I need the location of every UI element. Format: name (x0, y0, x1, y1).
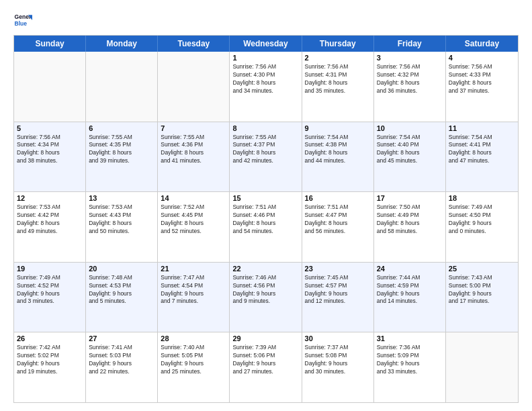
day-cell-27: 27Sunrise: 7:41 AM Sunset: 5:03 PM Dayli… (86, 332, 158, 402)
day-header-saturday: Saturday (446, 36, 518, 52)
cell-day-number: 1 (232, 54, 298, 62)
calendar-row-3: 19Sunrise: 7:49 AM Sunset: 4:52 PM Dayli… (14, 263, 518, 333)
day-cell-26: 26Sunrise: 7:42 AM Sunset: 5:02 PM Dayli… (14, 332, 86, 402)
empty-cell-0-2 (158, 52, 230, 122)
day-header-wednesday: Wednesday (230, 36, 302, 52)
cell-day-number: 17 (377, 194, 443, 202)
cell-day-number: 9 (305, 124, 371, 132)
cell-daylight-info: Sunrise: 7:37 AM Sunset: 5:08 PM Dayligh… (305, 344, 371, 376)
day-cell-19: 19Sunrise: 7:49 AM Sunset: 4:52 PM Dayli… (14, 263, 86, 332)
day-cell-22: 22Sunrise: 7:46 AM Sunset: 4:56 PM Dayli… (230, 263, 302, 332)
cell-day-number: 30 (305, 334, 371, 342)
day-header-thursday: Thursday (302, 36, 374, 52)
calendar-row-1: 5Sunrise: 7:56 AM Sunset: 4:34 PM Daylig… (14, 122, 518, 193)
cell-daylight-info: Sunrise: 7:53 AM Sunset: 4:42 PM Dayligh… (17, 203, 83, 236)
cell-day-number: 29 (232, 334, 298, 342)
day-cell-4: 4Sunrise: 7:56 AM Sunset: 4:33 PM Daylig… (446, 52, 518, 122)
cell-day-number: 25 (449, 265, 515, 273)
cell-daylight-info: Sunrise: 7:43 AM Sunset: 5:00 PM Dayligh… (449, 274, 515, 306)
cell-daylight-info: Sunrise: 7:40 AM Sunset: 5:05 PM Dayligh… (161, 344, 226, 376)
cell-daylight-info: Sunrise: 7:55 AM Sunset: 4:37 PM Dayligh… (232, 134, 298, 166)
cell-day-number: 12 (17, 194, 83, 202)
day-cell-13: 13Sunrise: 7:53 AM Sunset: 4:43 PM Dayli… (86, 192, 158, 262)
cell-day-number: 20 (89, 265, 154, 273)
day-cell-9: 9Sunrise: 7:54 AM Sunset: 4:38 PM Daylig… (302, 122, 374, 192)
cell-day-number: 19 (17, 265, 83, 273)
day-cell-29: 29Sunrise: 7:39 AM Sunset: 5:06 PM Dayli… (230, 332, 302, 402)
cell-day-number: 26 (17, 334, 83, 342)
day-cell-15: 15Sunrise: 7:51 AM Sunset: 4:46 PM Dayli… (230, 192, 302, 262)
svg-text:Blue: Blue (15, 20, 28, 27)
day-cell-25: 25Sunrise: 7:43 AM Sunset: 5:00 PM Dayli… (446, 263, 518, 332)
cell-day-number: 7 (161, 124, 226, 132)
cell-daylight-info: Sunrise: 7:55 AM Sunset: 4:35 PM Dayligh… (89, 134, 154, 166)
day-cell-12: 12Sunrise: 7:53 AM Sunset: 4:42 PM Dayli… (14, 192, 86, 262)
day-header-tuesday: Tuesday (158, 36, 230, 52)
cell-daylight-info: Sunrise: 7:56 AM Sunset: 4:32 PM Dayligh… (377, 63, 443, 95)
page: General Blue SundayMondayTuesdayWednesda… (0, 0, 532, 411)
header: General Blue (13, 11, 519, 30)
day-cell-18: 18Sunrise: 7:49 AM Sunset: 4:50 PM Dayli… (446, 192, 518, 262)
cell-daylight-info: Sunrise: 7:55 AM Sunset: 4:36 PM Dayligh… (161, 134, 226, 166)
day-cell-16: 16Sunrise: 7:51 AM Sunset: 4:47 PM Dayli… (302, 192, 374, 262)
cell-daylight-info: Sunrise: 7:41 AM Sunset: 5:03 PM Dayligh… (89, 344, 154, 376)
cell-daylight-info: Sunrise: 7:51 AM Sunset: 4:46 PM Dayligh… (232, 203, 298, 236)
calendar-row-0: 1Sunrise: 7:56 AM Sunset: 4:30 PM Daylig… (14, 52, 518, 122)
calendar-header: SundayMondayTuesdayWednesdayThursdayFrid… (14, 36, 518, 52)
cell-day-number: 28 (161, 334, 226, 342)
cell-day-number: 24 (377, 265, 443, 273)
cell-day-number: 15 (232, 194, 298, 202)
empty-cell-4-6 (446, 332, 518, 402)
day-cell-24: 24Sunrise: 7:44 AM Sunset: 4:59 PM Dayli… (374, 263, 446, 332)
day-cell-2: 2Sunrise: 7:56 AM Sunset: 4:31 PM Daylig… (302, 52, 374, 122)
day-cell-10: 10Sunrise: 7:54 AM Sunset: 4:40 PM Dayli… (374, 122, 446, 192)
cell-day-number: 16 (305, 194, 371, 202)
cell-day-number: 22 (232, 265, 298, 273)
day-cell-21: 21Sunrise: 7:47 AM Sunset: 4:54 PM Dayli… (158, 263, 230, 332)
cell-daylight-info: Sunrise: 7:51 AM Sunset: 4:47 PM Dayligh… (305, 203, 371, 236)
day-cell-23: 23Sunrise: 7:45 AM Sunset: 4:57 PM Dayli… (302, 263, 374, 332)
cell-day-number: 4 (449, 54, 515, 62)
cell-daylight-info: Sunrise: 7:47 AM Sunset: 4:54 PM Dayligh… (161, 274, 226, 306)
cell-daylight-info: Sunrise: 7:46 AM Sunset: 4:56 PM Dayligh… (232, 274, 298, 306)
cell-daylight-info: Sunrise: 7:48 AM Sunset: 4:53 PM Dayligh… (89, 274, 154, 306)
day-cell-17: 17Sunrise: 7:50 AM Sunset: 4:49 PM Dayli… (374, 192, 446, 262)
calendar-row-4: 26Sunrise: 7:42 AM Sunset: 5:02 PM Dayli… (14, 332, 518, 402)
cell-day-number: 6 (89, 124, 154, 132)
logo: General Blue (13, 11, 32, 30)
empty-cell-0-1 (86, 52, 158, 122)
cell-daylight-info: Sunrise: 7:44 AM Sunset: 4:59 PM Dayligh… (377, 274, 443, 306)
cell-daylight-info: Sunrise: 7:53 AM Sunset: 4:43 PM Dayligh… (89, 203, 154, 236)
day-header-monday: Monday (86, 36, 158, 52)
cell-daylight-info: Sunrise: 7:56 AM Sunset: 4:31 PM Dayligh… (305, 63, 371, 95)
day-header-sunday: Sunday (14, 36, 86, 52)
day-cell-20: 20Sunrise: 7:48 AM Sunset: 4:53 PM Dayli… (86, 263, 158, 332)
cell-day-number: 21 (161, 265, 226, 273)
cell-daylight-info: Sunrise: 7:56 AM Sunset: 4:33 PM Dayligh… (449, 63, 515, 95)
cell-daylight-info: Sunrise: 7:54 AM Sunset: 4:38 PM Dayligh… (305, 134, 371, 166)
calendar-row-2: 12Sunrise: 7:53 AM Sunset: 4:42 PM Dayli… (14, 192, 518, 263)
day-cell-14: 14Sunrise: 7:52 AM Sunset: 4:45 PM Dayli… (158, 192, 230, 262)
empty-cell-0-0 (14, 52, 86, 122)
cell-day-number: 5 (17, 124, 83, 132)
cell-daylight-info: Sunrise: 7:49 AM Sunset: 4:50 PM Dayligh… (449, 203, 515, 236)
day-cell-6: 6Sunrise: 7:55 AM Sunset: 4:35 PM Daylig… (86, 122, 158, 192)
cell-day-number: 10 (377, 124, 443, 132)
day-cell-5: 5Sunrise: 7:56 AM Sunset: 4:34 PM Daylig… (14, 122, 86, 192)
cell-day-number: 14 (161, 194, 226, 202)
day-cell-11: 11Sunrise: 7:54 AM Sunset: 4:41 PM Dayli… (446, 122, 518, 192)
cell-daylight-info: Sunrise: 7:56 AM Sunset: 4:34 PM Dayligh… (17, 134, 83, 166)
cell-day-number: 2 (305, 54, 371, 62)
cell-daylight-info: Sunrise: 7:54 AM Sunset: 4:41 PM Dayligh… (449, 134, 515, 166)
cell-daylight-info: Sunrise: 7:49 AM Sunset: 4:52 PM Dayligh… (17, 274, 83, 306)
cell-day-number: 8 (232, 124, 298, 132)
cell-daylight-info: Sunrise: 7:42 AM Sunset: 5:02 PM Dayligh… (17, 344, 83, 376)
cell-day-number: 31 (377, 334, 443, 342)
cell-day-number: 3 (377, 54, 443, 62)
svg-text:General: General (15, 13, 32, 20)
cell-daylight-info: Sunrise: 7:56 AM Sunset: 4:30 PM Dayligh… (232, 63, 298, 95)
cell-daylight-info: Sunrise: 7:54 AM Sunset: 4:40 PM Dayligh… (377, 134, 443, 166)
day-cell-1: 1Sunrise: 7:56 AM Sunset: 4:30 PM Daylig… (230, 52, 302, 122)
cell-day-number: 27 (89, 334, 154, 342)
day-cell-31: 31Sunrise: 7:36 AM Sunset: 5:09 PM Dayli… (374, 332, 446, 402)
